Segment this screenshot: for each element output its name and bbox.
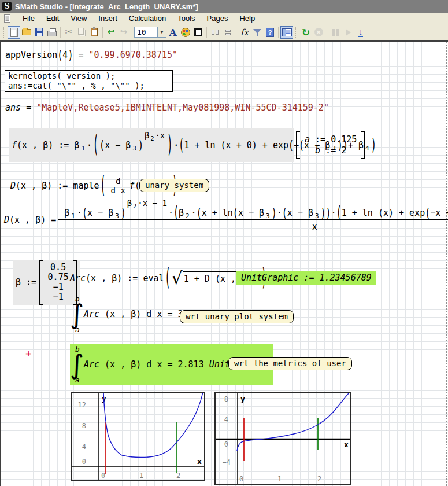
background-color-button[interactable] — [179, 26, 192, 39]
appversion-lhs: appVersion — [5, 50, 57, 60]
equals: = — [78, 50, 83, 60]
integral-icon: ∫ — [70, 353, 84, 376]
smath-studio-window: S SMath Studio - [Integrate_Arc_Length_U… — [0, 0, 448, 486]
app-logo-icon: S — [2, 2, 12, 11]
open-button[interactable] — [20, 26, 33, 39]
font-color-button[interactable]: A — [166, 26, 179, 39]
font-size-combobox[interactable]: 10 ▼ — [134, 27, 166, 38]
f-name: f — [12, 140, 17, 150]
d-name: D — [4, 215, 9, 225]
print-button[interactable] — [46, 26, 58, 39]
x-tick: 2 — [317, 475, 321, 483]
menu-tools[interactable]: Tools — [172, 13, 201, 24]
beta-values: 0.5 0.75 −1 −1 — [43, 262, 73, 303]
badge-wrt-unary-plot-system[interactable]: wrt unary plot system — [180, 310, 294, 323]
y-tick: 4 — [224, 415, 228, 424]
down-arrow-icon: ↓ — [358, 27, 363, 37]
worksheet[interactable]: appVersion(4) = "0.99.6970.38715" kernel… — [0, 40, 448, 486]
paren: ( — [99, 138, 105, 153]
stop-button[interactable]: ✕ — [312, 26, 325, 39]
fraction-numerator: β1·(x − β3)β2·x − 1·(β2·(x + ln(x − β3)·… — [58, 208, 448, 219]
printer-icon — [47, 31, 57, 36]
paren: ( — [164, 263, 172, 292]
x-tick: 1 — [277, 475, 282, 483]
lower-limit: a — [75, 326, 80, 333]
plot-f-function[interactable]: 8 4 0 −4 0 1 2 y x — [214, 392, 351, 485]
redo-button[interactable]: ↪ — [117, 26, 130, 39]
ans-value: "MapleV,Release5,IBMINTELNT,May081998,WI… — [36, 102, 329, 113]
b-value: b := 2 — [315, 145, 346, 156]
undo-button[interactable]: ↩ — [105, 26, 117, 39]
badge-unary-system[interactable]: unary system — [139, 179, 209, 192]
ans-region[interactable]: ans = "MapleV,Release5,IBMINTELNT,May081… — [5, 102, 329, 113]
badge-wrt-metrics-of-user[interactable]: wrt the metrics of user — [228, 357, 352, 370]
power-exponent: β2·x — [145, 131, 165, 140]
fraction-denominator: x — [58, 219, 448, 232]
plot-arc-function[interactable]: 12 8 4 0 0 1 2 y x — [71, 392, 205, 481]
d-result-region[interactable]: D (x , β) = β1·(x − β3)β2·x − 1·(β2·(x +… — [4, 208, 448, 232]
f-term: 1 + ln (x + 0) + exp — [184, 140, 288, 150]
menu-calculation[interactable]: Calculation — [123, 13, 172, 24]
menu-view[interactable]: View — [65, 13, 92, 24]
f-curve — [237, 393, 349, 451]
menu-help[interactable]: Help — [234, 13, 261, 24]
save-floppy-icon — [35, 28, 43, 36]
save-button[interactable] — [33, 26, 46, 39]
help-button[interactable]: ? — [264, 26, 276, 39]
align-horizontal-button[interactable] — [209, 26, 221, 39]
integral-symbol: b ∫ a — [70, 295, 84, 333]
title-bar[interactable]: S SMath Studio - [Integrate_Arc_Length_U… — [0, 0, 448, 13]
code-line-1: kernelopts( version ); — [8, 71, 169, 81]
integral-symbol: b ∫ a — [70, 345, 84, 384]
f-name: f — [129, 181, 135, 191]
document-menu-icon[interactable] — [4, 14, 10, 23]
cut-button[interactable]: ✂ — [62, 26, 75, 39]
toolbar-separator — [278, 27, 279, 38]
redo-arrow-icon: ↪ — [120, 28, 128, 36]
ab-values-region[interactable]: a := 0.125 b := 2 — [296, 131, 365, 159]
play-triangle-icon — [346, 29, 351, 36]
pause-button[interactable] — [329, 26, 342, 39]
a-value: a := 0.125 — [305, 134, 357, 145]
appversion-region[interactable]: appVersion(4) = "0.99.6970.38715" — [5, 50, 177, 60]
font-size-value[interactable]: 10 — [135, 28, 157, 36]
undo-arrow-icon: ↩ — [108, 28, 115, 36]
arc-lhs: (x , β) := eval — [86, 273, 164, 284]
f-definition-region[interactable]: f (x , β) := β1·((x − β3)β2·x)·(1 + ln (… — [9, 128, 294, 162]
copy-icon — [78, 28, 84, 35]
paren: ( — [179, 135, 184, 154]
filter-button[interactable] — [251, 26, 264, 39]
maple-code-region[interactable]: kernelopts( version ); ans:=cat( "\"" , … — [5, 70, 173, 92]
function-button[interactable]: fx — [238, 26, 251, 39]
align-horizontal-icon — [212, 30, 219, 35]
menu-pages[interactable]: Pages — [201, 13, 234, 24]
copy-button[interactable] — [75, 26, 88, 39]
y-tick: 0 — [82, 458, 86, 466]
page-break-line — [446, 42, 447, 486]
help-book-icon: ? — [266, 28, 274, 37]
toolbar-grip[interactable] — [3, 27, 6, 38]
palette-icon — [181, 28, 190, 37]
unitgraphic-region[interactable]: UnitGraphic := 1.23456789 — [236, 271, 376, 285]
align-vertical-button[interactable] — [221, 26, 234, 39]
paste-button[interactable] — [88, 26, 101, 39]
toolbar-grip[interactable] — [295, 27, 298, 38]
appversion-arg: 4 — [62, 50, 68, 60]
font-size-dropdown-arrow[interactable]: ▼ — [157, 27, 166, 37]
fx-function-icon: fx — [240, 27, 249, 38]
menu-insert[interactable]: Insert — [92, 13, 123, 24]
derivative-fraction: d d x — [109, 177, 128, 195]
menu-edit[interactable]: Edit — [40, 13, 65, 24]
step-button[interactable]: ↓ — [354, 26, 367, 39]
paren: ( — [99, 171, 107, 199]
insert-crosshair-cursor[interactable]: + — [25, 348, 31, 359]
menu-file[interactable]: File — [17, 13, 40, 24]
side-panel-button[interactable] — [280, 26, 293, 39]
align-vertical-icon — [225, 30, 231, 35]
recalculate-button[interactable]: ↻ — [299, 26, 312, 39]
new-button[interactable] — [8, 26, 20, 39]
y-tick: 8 — [82, 422, 86, 430]
border-button[interactable] — [192, 26, 205, 39]
y-tick: 0 — [224, 440, 228, 448]
play-button[interactable] — [342, 26, 354, 39]
